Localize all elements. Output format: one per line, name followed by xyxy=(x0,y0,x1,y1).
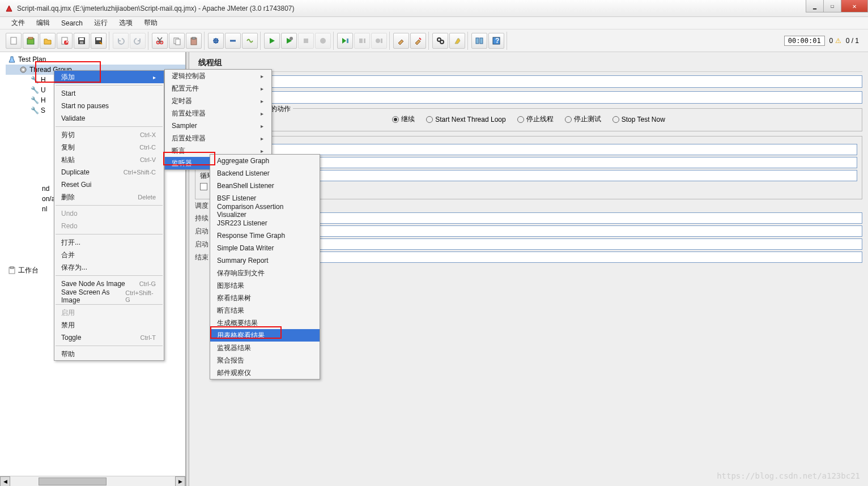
clipboard-icon xyxy=(8,266,16,274)
lst-simple-data-writer[interactable]: Simple Data Writer xyxy=(210,242,320,254)
lst-save-response-file[interactable]: 保存响应到文件 xyxy=(210,267,320,279)
sub-pre-processor[interactable]: 前置处理器 xyxy=(165,107,271,120)
paste-button[interactable] xyxy=(186,33,202,49)
ctx-open[interactable]: 打开... xyxy=(54,236,164,249)
cut-button[interactable] xyxy=(152,33,168,49)
maximize-button[interactable] xyxy=(823,0,841,12)
help-button[interactable]: ? xyxy=(488,33,504,49)
function-helper-button[interactable] xyxy=(471,33,487,49)
lst-monitor-results[interactable]: 监视器结果 xyxy=(210,342,320,354)
lst-mailer-visualizer[interactable]: 邮件观察仪 xyxy=(210,366,320,379)
tree-label: U xyxy=(41,86,46,94)
ctx-validate[interactable]: Validate xyxy=(54,112,164,125)
sub-post-processor[interactable]: 后置处理器 xyxy=(165,132,271,144)
ctx-merge[interactable]: 合并 xyxy=(54,249,164,261)
lst-aggregate-graph[interactable]: Aggregate Graph xyxy=(210,155,320,167)
expand-button[interactable] xyxy=(208,33,224,49)
menu-file[interactable]: 文件 xyxy=(6,16,31,29)
ctx-start[interactable]: Start xyxy=(54,87,164,100)
ctx-save-as[interactable]: 保存为... xyxy=(54,261,164,274)
redo-button[interactable] xyxy=(130,33,146,49)
radio-stop-test[interactable]: 停止测试 xyxy=(565,114,601,124)
lst-graph-results[interactable]: 图形结果 xyxy=(210,279,320,292)
svg-rect-10 xyxy=(96,38,101,40)
ctx-cut[interactable]: 剪切Ctrl-X xyxy=(54,129,164,141)
loop-count-input[interactable] xyxy=(228,170,857,181)
lst-response-time-graph[interactable]: Response Time Graph xyxy=(210,229,320,242)
menu-options[interactable]: 选项 xyxy=(113,16,138,29)
sub-timer[interactable]: 定时器 xyxy=(165,95,271,107)
ctx-duplicate[interactable]: DuplicateCtrl+Shift-C xyxy=(54,166,164,178)
svg-rect-16 xyxy=(192,37,195,39)
start-button[interactable] xyxy=(264,33,280,49)
save-button[interactable] xyxy=(74,33,90,49)
collapse-button[interactable] xyxy=(225,33,241,49)
comments-input[interactable] xyxy=(195,91,862,104)
ctx-paste[interactable]: 粘贴Ctrl-V xyxy=(54,154,164,166)
remote-shutdown-button[interactable] xyxy=(371,33,387,49)
wrench-icon: 🔧 xyxy=(31,96,39,104)
lst-beanshell-listener[interactable]: BeanShell Listener xyxy=(210,180,320,192)
ctx-toggle[interactable]: ToggleCtrl-T xyxy=(54,331,164,344)
lst-backend-listener[interactable]: Backend Listener xyxy=(210,167,320,180)
remote-start-button[interactable] xyxy=(337,33,353,49)
lst-summary-report[interactable]: Summary Report xyxy=(210,254,320,267)
scroll-right-arrow[interactable]: ▶ xyxy=(175,476,185,486)
lst-jsr223-listener[interactable]: JSR223 Listener xyxy=(210,217,320,229)
context-menu: 添加 Start Start no pauses Validate 剪切Ctrl… xyxy=(54,70,164,361)
tree-test-plan[interactable]: Test Plan xyxy=(6,54,185,65)
ctx-enable: 启用 xyxy=(54,306,164,319)
undo-button[interactable] xyxy=(113,33,129,49)
minimize-button[interactable] xyxy=(806,0,824,12)
save-as-button[interactable] xyxy=(91,33,107,49)
ctx-copy[interactable]: 复制Ctrl-C xyxy=(54,141,164,154)
close-button[interactable] xyxy=(841,0,868,12)
start-no-pauses-button[interactable] xyxy=(281,33,297,49)
clear-all-button[interactable] xyxy=(410,33,426,49)
lst-generate-summary[interactable]: 生成概要结果 xyxy=(210,317,320,329)
scroll-thumb[interactable] xyxy=(39,478,107,485)
radio-continue[interactable]: 继续 xyxy=(392,114,415,124)
svg-text:×: × xyxy=(65,38,69,45)
scroll-left-arrow[interactable]: ◀ xyxy=(0,476,10,486)
toggle-button[interactable] xyxy=(242,33,258,49)
name-input[interactable] xyxy=(195,75,862,88)
menu-help[interactable]: 帮助 xyxy=(138,16,163,29)
templates-button[interactable] xyxy=(23,33,39,49)
radio-stop-thread[interactable]: 停止线程 xyxy=(517,114,554,124)
remote-stop-button[interactable] xyxy=(354,33,370,49)
reset-search-button[interactable] xyxy=(449,33,465,49)
clear-button[interactable] xyxy=(393,33,409,49)
open-button[interactable] xyxy=(40,33,56,49)
copy-button[interactable] xyxy=(169,33,185,49)
new-button[interactable] xyxy=(6,33,22,49)
ctx-add[interactable]: 添加 xyxy=(54,71,164,83)
search-button[interactable] xyxy=(432,33,448,49)
close-file-button[interactable]: × xyxy=(57,33,73,49)
sub-sampler[interactable]: Sampler xyxy=(165,120,271,132)
menu-run[interactable]: 运行 xyxy=(88,16,113,29)
menu-edit[interactable]: 编辑 xyxy=(31,16,56,29)
delay-checkbox[interactable] xyxy=(200,183,207,190)
ctx-reset-gui[interactable]: Reset Gui xyxy=(54,178,164,191)
ctx-delete[interactable]: 删除Delete xyxy=(54,191,164,203)
ctx-disable[interactable]: 禁用 xyxy=(54,319,164,331)
lst-view-results-in-table[interactable]: 用表格察看结果 xyxy=(210,329,320,342)
radio-start-next-loop[interactable]: Start Next Thread Loop xyxy=(426,116,506,123)
lst-view-results-tree[interactable]: 察看结果树 xyxy=(210,292,320,304)
menu-search[interactable]: Search xyxy=(56,18,88,29)
stop-button[interactable] xyxy=(298,33,314,49)
horizontal-scrollbar[interactable]: ◀ ▶ xyxy=(0,476,185,486)
lst-comparison-visualizer[interactable]: Comparison Assertion Visualizer xyxy=(210,204,320,217)
lst-aggregate-report[interactable]: 聚合报告 xyxy=(210,354,320,366)
ctx-undo: Undo xyxy=(54,207,164,220)
shutdown-button[interactable] xyxy=(315,33,331,49)
radio-stop-test-now[interactable]: Stop Test Now xyxy=(612,116,665,123)
ctx-start-no-pauses[interactable]: Start no pauses xyxy=(54,100,164,112)
lst-assertion-results[interactable]: 断言结果 xyxy=(210,304,320,317)
sub-config-element[interactable]: 配置元件 xyxy=(165,82,271,95)
ctx-help[interactable]: 帮助 xyxy=(54,348,164,360)
sub-logic-controller[interactable]: 逻辑控制器 xyxy=(165,70,271,82)
ctx-save-screen-image[interactable]: Save Screen As ImageCtrl+Shift-G xyxy=(54,290,164,302)
thread-count-input[interactable] xyxy=(217,144,857,155)
